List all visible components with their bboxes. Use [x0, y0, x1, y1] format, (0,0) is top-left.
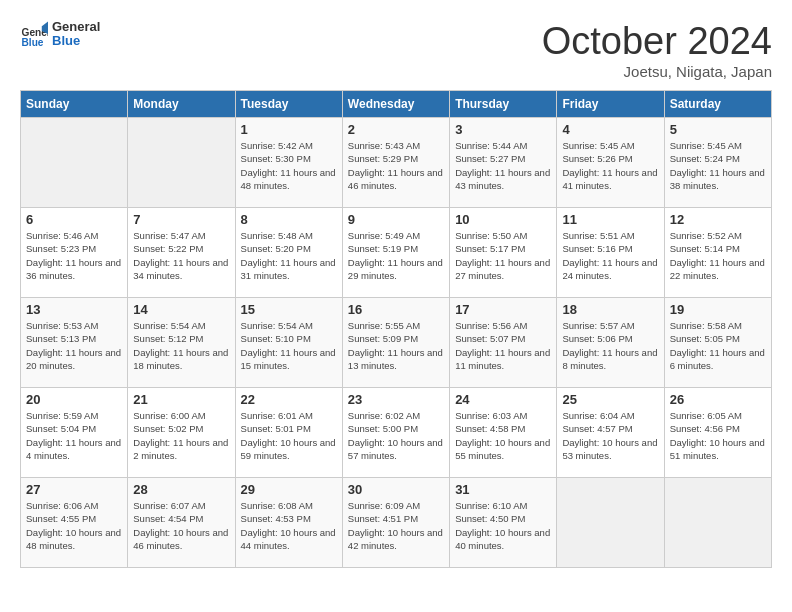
day-info: Sunrise: 5:47 AM Sunset: 5:22 PM Dayligh… — [133, 229, 229, 282]
day-number: 4 — [562, 122, 658, 137]
day-info: Sunrise: 5:59 AM Sunset: 5:04 PM Dayligh… — [26, 409, 122, 462]
day-info: Sunrise: 5:42 AM Sunset: 5:30 PM Dayligh… — [241, 139, 337, 192]
day-number: 29 — [241, 482, 337, 497]
calendar-cell: 6Sunrise: 5:46 AM Sunset: 5:23 PM Daylig… — [21, 208, 128, 298]
day-info: Sunrise: 6:03 AM Sunset: 4:58 PM Dayligh… — [455, 409, 551, 462]
day-info: Sunrise: 5:54 AM Sunset: 5:12 PM Dayligh… — [133, 319, 229, 372]
calendar-cell: 21Sunrise: 6:00 AM Sunset: 5:02 PM Dayli… — [128, 388, 235, 478]
day-info: Sunrise: 6:09 AM Sunset: 4:51 PM Dayligh… — [348, 499, 444, 552]
day-number: 16 — [348, 302, 444, 317]
day-number: 17 — [455, 302, 551, 317]
day-info: Sunrise: 6:05 AM Sunset: 4:56 PM Dayligh… — [670, 409, 766, 462]
day-info: Sunrise: 5:57 AM Sunset: 5:06 PM Dayligh… — [562, 319, 658, 372]
day-info: Sunrise: 5:45 AM Sunset: 5:24 PM Dayligh… — [670, 139, 766, 192]
calendar-cell — [664, 478, 771, 568]
day-number: 6 — [26, 212, 122, 227]
day-number: 27 — [26, 482, 122, 497]
logo-blue-text: Blue — [52, 34, 100, 48]
calendar-cell: 2Sunrise: 5:43 AM Sunset: 5:29 PM Daylig… — [342, 118, 449, 208]
calendar-cell: 26Sunrise: 6:05 AM Sunset: 4:56 PM Dayli… — [664, 388, 771, 478]
calendar-cell: 9Sunrise: 5:49 AM Sunset: 5:19 PM Daylig… — [342, 208, 449, 298]
day-number: 23 — [348, 392, 444, 407]
day-number: 13 — [26, 302, 122, 317]
column-header-sunday: Sunday — [21, 91, 128, 118]
calendar-week-2: 6Sunrise: 5:46 AM Sunset: 5:23 PM Daylig… — [21, 208, 772, 298]
day-info: Sunrise: 6:04 AM Sunset: 4:57 PM Dayligh… — [562, 409, 658, 462]
calendar-cell: 5Sunrise: 5:45 AM Sunset: 5:24 PM Daylig… — [664, 118, 771, 208]
day-number: 24 — [455, 392, 551, 407]
day-number: 25 — [562, 392, 658, 407]
calendar-cell: 22Sunrise: 6:01 AM Sunset: 5:01 PM Dayli… — [235, 388, 342, 478]
calendar-week-4: 20Sunrise: 5:59 AM Sunset: 5:04 PM Dayli… — [21, 388, 772, 478]
day-number: 11 — [562, 212, 658, 227]
calendar-cell: 17Sunrise: 5:56 AM Sunset: 5:07 PM Dayli… — [450, 298, 557, 388]
calendar-cell: 11Sunrise: 5:51 AM Sunset: 5:16 PM Dayli… — [557, 208, 664, 298]
calendar-cell — [557, 478, 664, 568]
column-header-tuesday: Tuesday — [235, 91, 342, 118]
calendar-cell: 28Sunrise: 6:07 AM Sunset: 4:54 PM Dayli… — [128, 478, 235, 568]
day-number: 28 — [133, 482, 229, 497]
day-info: Sunrise: 6:06 AM Sunset: 4:55 PM Dayligh… — [26, 499, 122, 552]
day-number: 20 — [26, 392, 122, 407]
day-info: Sunrise: 6:01 AM Sunset: 5:01 PM Dayligh… — [241, 409, 337, 462]
calendar-cell: 8Sunrise: 5:48 AM Sunset: 5:20 PM Daylig… — [235, 208, 342, 298]
calendar-cell: 13Sunrise: 5:53 AM Sunset: 5:13 PM Dayli… — [21, 298, 128, 388]
day-info: Sunrise: 6:10 AM Sunset: 4:50 PM Dayligh… — [455, 499, 551, 552]
calendar-cell: 19Sunrise: 5:58 AM Sunset: 5:05 PM Dayli… — [664, 298, 771, 388]
day-info: Sunrise: 5:48 AM Sunset: 5:20 PM Dayligh… — [241, 229, 337, 282]
column-header-thursday: Thursday — [450, 91, 557, 118]
calendar-cell: 23Sunrise: 6:02 AM Sunset: 5:00 PM Dayli… — [342, 388, 449, 478]
calendar-cell: 24Sunrise: 6:03 AM Sunset: 4:58 PM Dayli… — [450, 388, 557, 478]
day-info: Sunrise: 6:00 AM Sunset: 5:02 PM Dayligh… — [133, 409, 229, 462]
day-number: 8 — [241, 212, 337, 227]
day-info: Sunrise: 6:02 AM Sunset: 5:00 PM Dayligh… — [348, 409, 444, 462]
day-info: Sunrise: 5:54 AM Sunset: 5:10 PM Dayligh… — [241, 319, 337, 372]
calendar-week-5: 27Sunrise: 6:06 AM Sunset: 4:55 PM Dayli… — [21, 478, 772, 568]
day-info: Sunrise: 5:43 AM Sunset: 5:29 PM Dayligh… — [348, 139, 444, 192]
day-number: 21 — [133, 392, 229, 407]
calendar-cell: 27Sunrise: 6:06 AM Sunset: 4:55 PM Dayli… — [21, 478, 128, 568]
day-info: Sunrise: 6:07 AM Sunset: 4:54 PM Dayligh… — [133, 499, 229, 552]
calendar-cell: 1Sunrise: 5:42 AM Sunset: 5:30 PM Daylig… — [235, 118, 342, 208]
day-info: Sunrise: 5:53 AM Sunset: 5:13 PM Dayligh… — [26, 319, 122, 372]
calendar-cell: 29Sunrise: 6:08 AM Sunset: 4:53 PM Dayli… — [235, 478, 342, 568]
calendar-cell: 12Sunrise: 5:52 AM Sunset: 5:14 PM Dayli… — [664, 208, 771, 298]
calendar-cell: 30Sunrise: 6:09 AM Sunset: 4:51 PM Dayli… — [342, 478, 449, 568]
svg-text:Blue: Blue — [22, 37, 44, 48]
day-number: 7 — [133, 212, 229, 227]
day-info: Sunrise: 5:56 AM Sunset: 5:07 PM Dayligh… — [455, 319, 551, 372]
logo-general-text: General — [52, 20, 100, 34]
day-number: 10 — [455, 212, 551, 227]
calendar-cell: 14Sunrise: 5:54 AM Sunset: 5:12 PM Dayli… — [128, 298, 235, 388]
day-info: Sunrise: 5:52 AM Sunset: 5:14 PM Dayligh… — [670, 229, 766, 282]
day-number: 2 — [348, 122, 444, 137]
logo: General Blue General Blue — [20, 20, 100, 49]
day-number: 31 — [455, 482, 551, 497]
day-info: Sunrise: 5:46 AM Sunset: 5:23 PM Dayligh… — [26, 229, 122, 282]
calendar-cell — [128, 118, 235, 208]
day-number: 5 — [670, 122, 766, 137]
day-info: Sunrise: 5:50 AM Sunset: 5:17 PM Dayligh… — [455, 229, 551, 282]
day-info: Sunrise: 5:45 AM Sunset: 5:26 PM Dayligh… — [562, 139, 658, 192]
day-number: 1 — [241, 122, 337, 137]
calendar-cell: 4Sunrise: 5:45 AM Sunset: 5:26 PM Daylig… — [557, 118, 664, 208]
day-info: Sunrise: 5:58 AM Sunset: 5:05 PM Dayligh… — [670, 319, 766, 372]
day-info: Sunrise: 5:55 AM Sunset: 5:09 PM Dayligh… — [348, 319, 444, 372]
day-info: Sunrise: 5:49 AM Sunset: 5:19 PM Dayligh… — [348, 229, 444, 282]
calendar-title: October 2024 — [542, 20, 772, 63]
calendar-week-1: 1Sunrise: 5:42 AM Sunset: 5:30 PM Daylig… — [21, 118, 772, 208]
calendar-week-3: 13Sunrise: 5:53 AM Sunset: 5:13 PM Dayli… — [21, 298, 772, 388]
column-header-monday: Monday — [128, 91, 235, 118]
day-info: Sunrise: 6:08 AM Sunset: 4:53 PM Dayligh… — [241, 499, 337, 552]
day-number: 14 — [133, 302, 229, 317]
calendar-cell: 3Sunrise: 5:44 AM Sunset: 5:27 PM Daylig… — [450, 118, 557, 208]
logo-icon: General Blue — [20, 20, 48, 48]
day-number: 9 — [348, 212, 444, 227]
calendar-header-row: SundayMondayTuesdayWednesdayThursdayFrid… — [21, 91, 772, 118]
day-number: 30 — [348, 482, 444, 497]
calendar-cell: 15Sunrise: 5:54 AM Sunset: 5:10 PM Dayli… — [235, 298, 342, 388]
column-header-saturday: Saturday — [664, 91, 771, 118]
calendar-subtitle: Joetsu, Niigata, Japan — [542, 63, 772, 80]
calendar-cell — [21, 118, 128, 208]
day-number: 12 — [670, 212, 766, 227]
